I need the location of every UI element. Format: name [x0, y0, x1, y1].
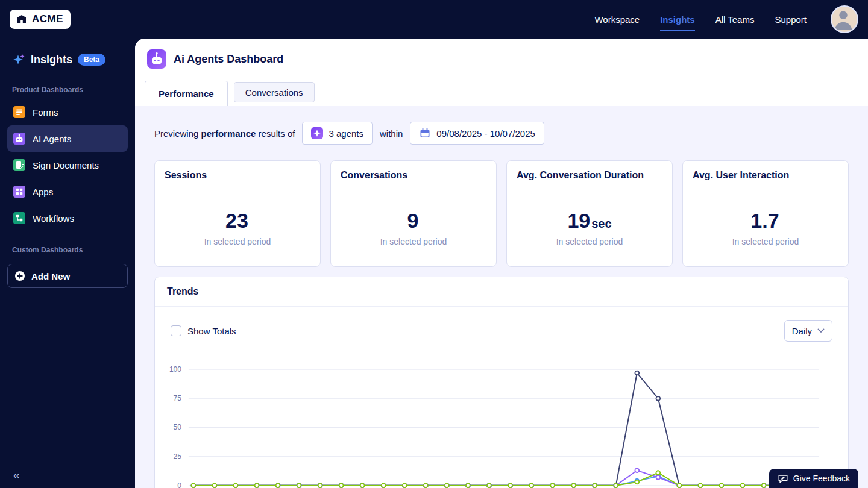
sidebar-item-ai-agents[interactable]: AI Agents [7, 125, 128, 152]
give-feedback-label: Give Feedback [793, 474, 850, 483]
filter-text: Previewing performance results of [154, 128, 295, 139]
chevron-down-icon [817, 328, 825, 333]
stat-card-title: Avg. Conversation Duration [507, 161, 672, 190]
interval-select[interactable]: Daily [784, 320, 832, 342]
feedback-icon [778, 473, 788, 484]
insights-sparkle-icon [12, 53, 25, 66]
stat-card-caption: In selected period [556, 237, 623, 246]
trends-card: Trends Show Totals Daily 0255075100 [154, 277, 849, 488]
agent-icon [311, 127, 323, 139]
stat-card-caption: In selected period [204, 237, 271, 246]
main-content: Ai Agents Dashboard Performance Conversa… [135, 39, 868, 488]
page-title: Ai Agents Dashboard [174, 53, 283, 66]
agents-filter-label: 3 agents [329, 128, 363, 139]
show-totals-checkbox[interactable] [171, 325, 181, 336]
ai-agents-dashboard-icon [147, 49, 166, 69]
stat-card-sessions: Sessions 23 In selected period [154, 160, 321, 267]
sidebar-menu: Forms AI Agents Sign Documents Apps Work… [0, 99, 135, 231]
nav-support[interactable]: Support [775, 14, 807, 25]
calendar-icon [419, 127, 431, 139]
sign-documents-icon [13, 159, 25, 171]
svg-text:25: 25 [174, 452, 182, 461]
sidebar-item-label: Workflows [33, 213, 74, 224]
nav-workspace[interactable]: Workspace [594, 14, 640, 25]
beta-badge: Beta [78, 54, 105, 66]
section-label-product-dashboards: Product Dashboards [0, 80, 135, 99]
sidebar-item-forms[interactable]: Forms [7, 99, 128, 125]
agents-filter-button[interactable]: 3 agents [302, 122, 373, 145]
sidebar-item-workflows[interactable]: Workflows [7, 205, 128, 231]
forms-icon [13, 106, 25, 118]
sidebar-item-label: Forms [33, 107, 58, 117]
apps-icon [13, 186, 25, 198]
stat-card-title: Avg. User Interaction [683, 161, 848, 190]
avatar[interactable] [831, 5, 858, 33]
acme-logo-icon [16, 13, 28, 25]
svg-text:0: 0 [177, 481, 181, 488]
top-nav: Workspace Insights All Teams Support [594, 5, 858, 33]
stat-card-title: Sessions [155, 161, 320, 190]
svg-text:75: 75 [174, 394, 182, 402]
stat-card-avg-user-interaction: Avg. User Interaction 1.7 In selected pe… [682, 160, 849, 267]
tab-performance[interactable]: Performance [145, 81, 228, 106]
add-new-label: Add New [31, 271, 70, 281]
nav-insights[interactable]: Insights [660, 14, 695, 25]
stat-card-value: 23 [225, 210, 250, 231]
sidebar-item-label: Apps [33, 187, 53, 197]
show-totals-label[interactable]: Show Totals [187, 326, 236, 336]
sidebar-title: Insights [31, 54, 72, 66]
page-header: Ai Agents Dashboard Performance Conversa… [135, 39, 868, 106]
acme-logo-text: ACME [32, 13, 63, 25]
stat-cards-row: Sessions 23 In selected period Conversat… [154, 160, 849, 267]
collapse-sidebar-button[interactable]: « [13, 468, 20, 482]
within-label: within [380, 128, 403, 139]
nav-all-teams[interactable]: All Teams [715, 14, 755, 25]
stat-card-value: 1.7 [750, 210, 780, 231]
workflows-icon [13, 212, 25, 224]
stat-card-conversations: Conversations 9 In selected period [330, 160, 497, 267]
give-feedback-button[interactable]: Give Feedback [769, 469, 858, 488]
top-header: ACME Workspace Insights All Teams Suppor… [0, 0, 868, 39]
trends-title: Trends [155, 277, 848, 307]
acme-logo[interactable]: ACME [10, 10, 71, 29]
sidebar-item-label: AI Agents [33, 134, 71, 144]
stat-card-value: 19sec [567, 210, 611, 231]
date-range-label: 09/08/2025 - 10/07/2025 [436, 128, 535, 139]
ai-agents-icon [13, 133, 25, 145]
svg-text:50: 50 [174, 423, 182, 431]
sidebar-item-label: Sign Documents [33, 160, 99, 170]
sidebar-header: Insights Beta [0, 39, 135, 80]
section-label-custom-dashboards: Custom Dashboards [0, 240, 135, 259]
svg-text:100: 100 [169, 365, 181, 374]
date-range-button[interactable]: 09/08/2025 - 10/07/2025 [410, 122, 544, 145]
interval-select-value: Daily [792, 326, 812, 336]
add-new-button[interactable]: Add New [7, 264, 128, 288]
tab-conversations[interactable]: Conversations [234, 82, 315, 102]
tab-bar: Performance Conversations [145, 81, 315, 106]
trends-chart: 0255075100 [155, 350, 844, 488]
stat-card-caption: In selected period [732, 237, 799, 246]
stat-card-value: 9 [407, 210, 420, 231]
plus-icon [14, 271, 25, 281]
sidebar-item-apps[interactable]: Apps [7, 178, 128, 205]
show-totals-row[interactable]: Show Totals [171, 325, 236, 336]
sidebar-item-sign-documents[interactable]: Sign Documents [7, 152, 128, 178]
sidebar: Insights Beta Product Dashboards Forms A… [0, 39, 135, 488]
filter-bar: Previewing performance results of 3 agen… [154, 122, 849, 145]
stat-card-title: Conversations [331, 161, 496, 190]
stat-card-caption: In selected period [380, 237, 447, 246]
stat-card-avg-conversation-duration: Avg. Conversation Duration 19sec In sele… [506, 160, 673, 267]
